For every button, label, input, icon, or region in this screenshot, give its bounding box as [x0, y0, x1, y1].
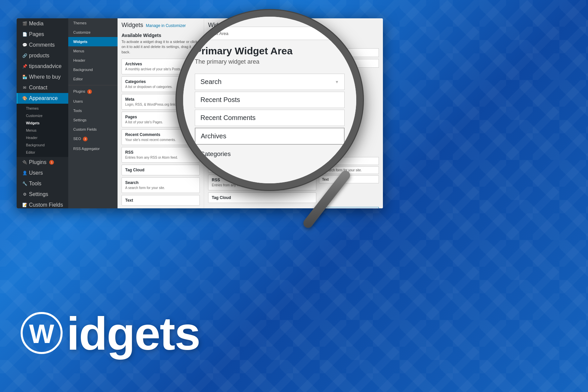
sidebar-item-contact[interactable]: ✉ Contact	[17, 82, 68, 93]
main-title: idgets	[67, 310, 200, 357]
subitem-editor[interactable]: Editor	[17, 149, 68, 156]
nav2-themes[interactable]: Themes	[68, 18, 118, 28]
nav2-widgets[interactable]: Widgets	[68, 37, 118, 46]
nav2-customfields[interactable]: Custom Fields	[68, 125, 118, 134]
wheretobuy-icon: 🏪	[22, 75, 27, 79]
nav2-editor[interactable]: Editor	[68, 74, 118, 84]
wp-logo-container: W	[20, 311, 63, 356]
sidebar-item-plugins[interactable]: 🔌 Plugins 1	[17, 157, 68, 168]
sidebar-item-comments[interactable]: 💬 Comments	[17, 40, 68, 50]
tools-icon: 🔧	[22, 181, 27, 186]
widgets-page-title: Widgets	[122, 22, 143, 29]
appearance-submenu: Themes Customize Widgets Menus Header Ba…	[17, 104, 68, 157]
mag-search-widget[interactable]: Search ▼	[195, 74, 345, 90]
sidebar-item-tools[interactable]: 🔧 Tools	[17, 178, 68, 189]
subitem-background[interactable]: Background	[17, 141, 68, 149]
mag-primary-title: Primary Widget Area	[195, 45, 345, 57]
appearance-icon: 🎨	[22, 96, 27, 101]
wp-logo: W	[20, 311, 63, 355]
nav2-rssaggregator[interactable]: RSS Aggregator	[68, 144, 118, 153]
sidebar-item-users[interactable]: 👤 Users	[17, 168, 68, 178]
settings-icon: ⚙	[22, 192, 27, 197]
users-icon: 👤	[22, 171, 27, 175]
media-icon: 🎬	[22, 21, 27, 26]
nav2-plugins[interactable]: Plugins 1	[68, 87, 118, 97]
pages-icon: 📄	[22, 32, 27, 37]
plugins-icon: 🔌	[22, 160, 27, 165]
sidebar-item-customfields[interactable]: 📝 Custom Fields	[17, 200, 68, 208]
nav2-seo[interactable]: SEO 3	[68, 134, 118, 144]
nav2-menus[interactable]: Menus	[68, 46, 118, 56]
products-icon: 🔗	[22, 53, 27, 58]
magnifier-glass: er Widget Area ▼ Primary Widget Area The…	[176, 10, 363, 190]
mag-search-arrow-icon: ▼	[335, 80, 339, 84]
sidebar-item-pages[interactable]: 📄 Pages	[17, 29, 68, 40]
contact-icon: ✉	[22, 85, 27, 90]
nav2-users[interactable]: Users	[68, 97, 118, 106]
plugins-badge: 1	[49, 160, 54, 165]
mag-dropdown-label: er Widget Area	[200, 31, 228, 36]
sidebar-item-appearance[interactable]: 🎨 Appearance	[17, 93, 68, 104]
magnifier-inner: er Widget Area ▼ Primary Widget Area The…	[183, 17, 356, 183]
mag-recent-posts-label: Recent Posts	[200, 96, 240, 104]
comments-icon: 💬	[22, 43, 27, 47]
subitem-menus[interactable]: Menus	[17, 127, 68, 134]
subitem-widgets[interactable]: Widgets	[17, 119, 68, 127]
mag-widget-area-dropdown: er Widget Area ▼	[195, 27, 345, 40]
sidebar-item-products[interactable]: 🔗 products	[17, 50, 68, 61]
nav2-background[interactable]: Background	[68, 65, 118, 74]
sidebar-item-tips[interactable]: 📌 tipsandadvice	[17, 61, 68, 72]
mag-primary-area: Primary Widget Area The primary widget a…	[195, 41, 345, 74]
tips-icon: 📌	[22, 64, 27, 69]
mag-dropdown-chevron-icon: ▼	[334, 30, 340, 36]
mag-recent-comments-widget[interactable]: Recent Comments	[195, 110, 345, 126]
mag-primary-desc: The primary widget area	[195, 58, 345, 65]
nav2-settings[interactable]: Settings	[68, 115, 118, 125]
sidebar-item-settings[interactable]: ⚙ Settings	[17, 189, 68, 200]
subitem-themes[interactable]: Themes	[17, 105, 68, 112]
magnifier-with-content: er Widget Area ▼ Primary Widget Area The…	[176, 10, 403, 210]
mag-archives-widget[interactable]: Archives	[195, 128, 345, 145]
appearance-nav: Themes Customize Widgets Menus Header Ba…	[68, 18, 118, 208]
nav2-header[interactable]: Header	[68, 56, 118, 65]
mag-recent-posts-widget[interactable]: Recent Posts	[195, 92, 345, 108]
nav2-customize[interactable]: Customize	[68, 28, 118, 37]
subitem-header[interactable]: Header	[17, 134, 68, 141]
mag-search-label: Search	[200, 78, 221, 86]
bottom-section: W idgets	[0, 275, 588, 392]
subitem-customize[interactable]: Customize	[17, 112, 68, 119]
nav2-tools[interactable]: Tools	[68, 106, 118, 115]
customfields-icon: 📝	[22, 203, 27, 207]
sidebar-item-wheretobuy[interactable]: 🏪 Where to buy	[17, 72, 68, 82]
mag-categories-label: Categories	[195, 146, 345, 162]
sidebar-item-media[interactable]: 🎬 Media	[17, 18, 68, 29]
wp-sidebar: 🎬 Media 📄 Pages 💬 Comments 🔗 products 📌 …	[17, 18, 68, 208]
svg-text:W: W	[29, 319, 54, 349]
mag-archives-label: Archives	[201, 132, 226, 140]
mag-recent-comments-label: Recent Comments	[200, 114, 256, 122]
